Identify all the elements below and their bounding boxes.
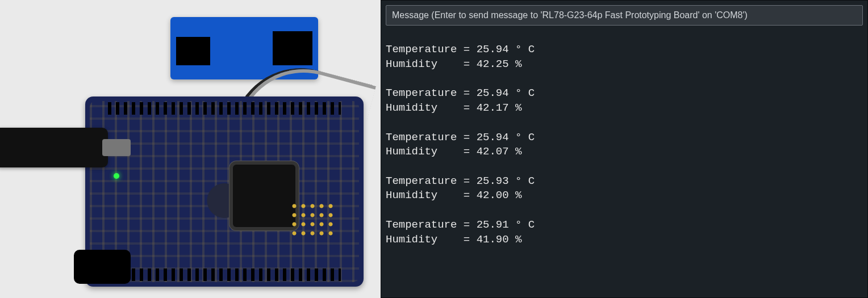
humidity-line: Humidity = 41.90 % — [386, 233, 863, 247]
temperature-line: Temperature = 25.94 ° C — [386, 43, 863, 57]
temperature-line: Temperature = 25.94 ° C — [386, 86, 863, 101]
gold-via-pads — [290, 202, 335, 236]
sensor-reading-block: Temperature = 25.91 ° CHumidity = 41.90 … — [386, 218, 863, 247]
sensor-reading-block: Temperature = 25.94 ° CHumidity = 42.07 … — [386, 131, 863, 160]
serial-output: Temperature = 25.94 ° CHumidity = 42.25 … — [381, 26, 867, 297]
dc-barrel-jack — [74, 250, 131, 284]
humidity-line: Humidity = 42.17 % — [386, 101, 863, 116]
temperature-line: Temperature = 25.91 ° C — [386, 218, 863, 233]
temperature-line: Temperature = 25.94 ° C — [386, 131, 863, 145]
hardware-photo — [0, 0, 381, 298]
sensor-reading-block: Temperature = 25.94 ° CHumidity = 42.25 … — [386, 43, 863, 72]
pin-header-bottom — [108, 268, 341, 281]
pin-header-top — [108, 102, 341, 115]
usb-cable-plug — [0, 128, 108, 167]
humidity-line: Humidity = 42.00 % — [386, 188, 863, 203]
serial-message-input[interactable]: Message (Enter to send message to 'RL78-… — [386, 5, 863, 26]
sensor-reading-block: Temperature = 25.94 ° CHumidity = 42.17 … — [386, 86, 863, 115]
sensor-reading-block: Temperature = 25.93 ° CHumidity = 42.00 … — [386, 174, 863, 203]
microcontroller-chip — [233, 165, 295, 227]
power-led — [114, 173, 119, 179]
humidity-line: Humidity = 42.07 % — [386, 145, 863, 160]
serial-monitor-panel: Message (Enter to send message to 'RL78-… — [381, 0, 868, 298]
temperature-line: Temperature = 25.93 ° C — [386, 174, 863, 189]
humidity-line: Humidity = 42.25 % — [386, 57, 863, 72]
